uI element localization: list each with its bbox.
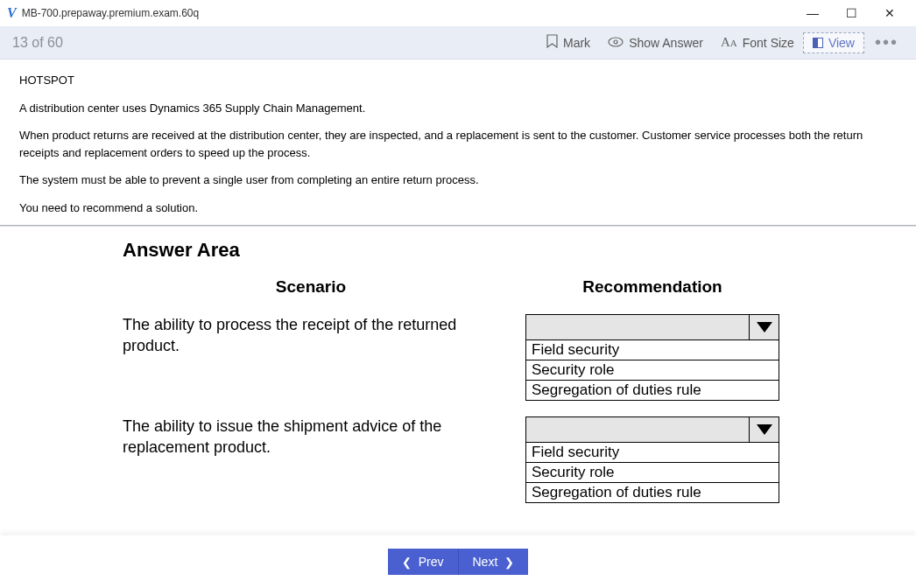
dropdown-option[interactable]: Security role (526, 360, 779, 381)
dropdown-option[interactable]: Segregation of duties rule (526, 483, 779, 502)
more-button[interactable]: ••• (864, 32, 904, 52)
question-p2: When product returns are received at the… (19, 127, 897, 161)
app-icon: V (7, 5, 17, 21)
dropdown-option[interactable]: Segregation of duties rule (526, 381, 779, 400)
answer-content[interactable]: Answer Area Scenario The ability to proc… (0, 226, 916, 536)
scenario-text: The ability to process the receipt of th… (123, 314, 499, 403)
toolbar: 13 of 60 Mark Show Answer AA Font Size V… (0, 26, 916, 60)
dropdown-toggle[interactable] (525, 416, 779, 443)
show-answer-button[interactable]: Show Answer (599, 32, 712, 53)
eye-icon (608, 35, 624, 50)
recommendation-dropdown[interactable]: Field security Security role Segregation… (525, 314, 779, 401)
progress-indicator: 13 of 60 (12, 35, 63, 51)
mark-button[interactable]: Mark (538, 31, 599, 54)
chevron-right-icon: ❯ (504, 556, 514, 569)
scenario-heading: Scenario (123, 277, 499, 297)
chevron-down-icon (749, 315, 779, 340)
dropdown-option[interactable]: Security role (526, 463, 779, 483)
font-size-icon: AA (721, 35, 737, 50)
chevron-down-icon (749, 417, 779, 442)
footer-nav: ❮ Prev Next ❯ (0, 536, 916, 588)
svg-point-0 (609, 38, 623, 46)
bookmark-icon (546, 34, 558, 51)
font-size-label: Font Size (743, 36, 794, 50)
question-p3: The system must be able to prevent a sin… (19, 172, 897, 189)
prev-label: Prev (419, 555, 444, 569)
view-icon (813, 38, 823, 48)
view-button[interactable]: View (803, 32, 864, 53)
window-title: MB-700.prepaway.premium.exam.60q (22, 7, 200, 19)
close-button[interactable]: ✕ (870, 1, 909, 25)
question-type: HOTSPOT (19, 72, 897, 89)
show-answer-label: Show Answer (629, 36, 703, 50)
dropdown-toggle[interactable] (525, 314, 779, 340)
scenario-text: The ability to issue the shipment advice… (123, 416, 499, 458)
recommendation-heading: Recommendation (525, 277, 779, 297)
question-p1: A distribution center uses Dynamics 365 … (19, 100, 897, 117)
dropdown-option[interactable]: Field security (526, 340, 779, 360)
dropdown-options: Field security Security role Segregation… (525, 340, 779, 401)
minimize-button[interactable]: — (793, 1, 832, 25)
question-pane: HOTSPOT A distribution center uses Dynam… (0, 60, 916, 226)
window-controls: — ☐ ✕ (793, 1, 909, 25)
mark-label: Mark (563, 36, 590, 50)
dropdown-option[interactable]: Field security (526, 443, 779, 463)
maximize-button[interactable]: ☐ (832, 1, 870, 25)
next-button[interactable]: Next ❯ (459, 549, 529, 575)
prev-button[interactable]: ❮ Prev (388, 549, 459, 575)
font-size-button[interactable]: AA Font Size (712, 32, 803, 53)
dropdown-options: Field security Security role Segregation… (525, 443, 779, 503)
title-bar: V MB-700.prepaway.premium.exam.60q — ☐ ✕ (0, 0, 916, 26)
answer-area-title: Answer Area (123, 239, 793, 262)
svg-point-1 (614, 40, 617, 44)
chevron-left-icon: ❮ (402, 556, 412, 569)
recommendation-dropdown[interactable]: Field security Security role Segregation… (525, 416, 779, 503)
view-label: View (828, 36, 855, 50)
next-label: Next (473, 555, 498, 569)
question-p4: You need to recommend a solution. (19, 200, 897, 217)
